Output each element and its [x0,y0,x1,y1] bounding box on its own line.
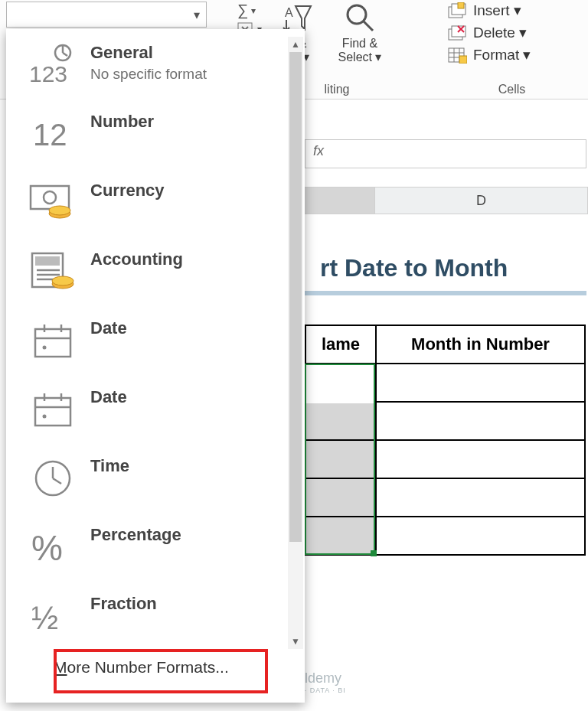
svg-line-3 [364,21,373,31]
format-option-date-4[interactable]: Date [6,305,305,373]
table-row[interactable] [305,517,585,555]
date-icon [28,315,78,366]
header-name: lame [305,325,376,364]
fx-icon[interactable]: fx [313,143,324,159]
delete-label: Delete ▾ [473,24,527,41]
format-sub: No specific format [90,66,294,83]
cells-group-title: Cells [441,83,583,96]
column-headers: D [305,187,588,214]
svg-rect-27 [35,256,60,266]
format-name: Accounting [90,250,294,269]
svg-point-42 [43,415,47,419]
scroll-track[interactable] [288,52,303,634]
formula-bar[interactable]: fx [305,139,586,168]
format-option-date-5[interactable]: Date [6,373,305,442]
svg-line-19 [63,53,67,56]
svg-rect-38 [35,398,70,426]
format-option-general-0[interactable]: 123 General No specific format [6,29,305,98]
svg-rect-33 [35,329,70,357]
number-format-input[interactable] [11,2,188,27]
find-select-button[interactable]: Find & Select ▾ [332,2,387,64]
sheet-title: rt Date to Month [320,254,508,282]
scroll-thumb[interactable] [289,52,302,542]
percentage-icon: % [28,522,78,572]
header-month: Month in Number [376,325,585,364]
svg-text:12: 12 [33,118,67,152]
format-option-number-1[interactable]: 12 Number [6,98,305,167]
table-row[interactable] [305,440,585,478]
format-name: General [90,43,294,63]
format-label: Format ▾ [473,46,531,64]
insert-icon [447,2,467,19]
accounting-icon [28,246,78,297]
format-option-percentage-7[interactable]: % Percentage [6,511,305,580]
dropdown-scrollbar[interactable]: ▲ ▼ [288,37,303,649]
find-select-label: Find & Select ▾ [338,37,382,64]
svg-rect-22 [31,186,69,209]
svg-point-25 [49,206,70,215]
format-name: Currency [90,181,294,201]
sigma-icon: ∑ [237,2,248,19]
find-icon [344,2,376,34]
svg-line-45 [53,478,61,484]
more-number-formats[interactable]: More Number Formats... [54,647,268,687]
column-header-C[interactable] [305,188,375,214]
delete-button[interactable]: Delete ▾ [447,24,583,41]
format-name: Time [90,456,294,476]
format-option-time-6[interactable]: Time [6,442,305,511]
insert-label: Insert ▾ [473,2,521,19]
svg-point-2 [348,5,366,24]
format-button[interactable]: Format ▾ [447,46,583,64]
format-option-fraction-8[interactable]: ½ Fraction [6,580,305,649]
cells-group: Insert ▾ Delete ▾ Format ▾ Cells [441,0,583,98]
svg-point-37 [43,346,47,350]
svg-rect-16 [459,56,467,64]
svg-point-32 [52,276,74,285]
fraction-icon: ½ [28,591,78,641]
chevron-down-icon[interactable]: ▾ [188,2,206,27]
table-header-row: lame Month in Number [305,325,585,364]
svg-rect-6 [458,2,464,8]
autosum-button[interactable]: ∑▾ [237,2,262,19]
svg-text:%: % [31,528,63,568]
number-format-dropdown: 123 General No specific format12 Number … [6,29,305,703]
format-option-accounting-3[interactable]: Accounting [6,236,305,305]
table-row[interactable] [305,364,585,402]
date-icon [28,384,78,435]
number-format-combo[interactable]: ▾ [6,2,207,28]
format-icon [447,47,467,64]
insert-button[interactable]: Insert ▾ [447,2,583,19]
general-icon: 123 [28,40,78,90]
column-header-D[interactable]: D [375,188,588,214]
svg-point-23 [44,191,56,204]
format-name: Date [90,318,294,338]
more-label: More Number Formats... [54,658,229,677]
delete-icon [447,24,467,41]
format-option-currency-2[interactable]: Currency [6,167,305,236]
time-icon [28,453,78,504]
scroll-down-icon[interactable]: ▼ [291,634,300,649]
number-icon: 12 [28,109,78,159]
format-name: Percentage [90,525,294,545]
scroll-up-icon[interactable]: ▲ [291,37,300,52]
svg-text:½: ½ [31,600,58,636]
table-row[interactable] [305,402,585,440]
format-name: Date [90,387,294,407]
title-underline [305,291,586,295]
svg-text:123: 123 [29,61,67,86]
dropdown-list: 123 General No specific format12 Number … [6,29,305,649]
format-name: Fraction [90,594,294,614]
svg-text:A: A [285,6,293,19]
table-row[interactable] [305,478,585,517]
data-table: lame Month in Number [305,325,586,556]
currency-icon [28,178,78,228]
format-name: Number [90,112,294,132]
